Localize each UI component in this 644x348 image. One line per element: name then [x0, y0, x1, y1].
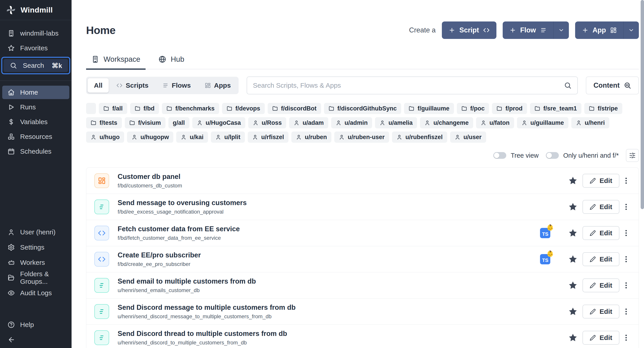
owner-chip-f-visium[interactable]: f/visium — [125, 117, 166, 128]
owner-chip-f-benchmarks[interactable]: f/benchmarks — [162, 103, 219, 114]
list-item[interactable]: Fetch customer data from EE service f/bd… — [86, 220, 639, 246]
content-search-button[interactable]: Content — [586, 76, 639, 94]
create-flow-dropdown-button[interactable] — [554, 22, 569, 39]
sidebar-item-variables[interactable]: Variables — [2, 115, 69, 128]
only-mine-toggle[interactable] — [546, 152, 559, 159]
app-logo-row[interactable]: Windmill — [0, 0, 72, 20]
owner-chip-u-lplit[interactable]: u/lplit — [211, 132, 245, 143]
tree-view-toggle[interactable] — [493, 152, 506, 159]
sidebar-item-workspace[interactable]: windmill-labs — [0, 26, 72, 41]
owner-chip-u-hugo[interactable]: u/hugo — [86, 132, 124, 143]
vertical-scrollbar-thumb[interactable] — [641, 0, 644, 209]
owner-chip-u-changeme[interactable]: u/changeme — [420, 117, 473, 128]
tab-hub[interactable]: Hub — [153, 55, 190, 69]
sidebar-item-schedules[interactable]: Schedules — [2, 145, 69, 158]
create-app-dropdown-button[interactable] — [624, 22, 639, 39]
sidebar-item-workers[interactable]: Workers — [2, 256, 69, 270]
favorite-star-button[interactable] — [563, 306, 582, 316]
owner-chip-f-devops[interactable]: f/devops — [222, 103, 265, 114]
view-options-button[interactable] — [626, 149, 639, 162]
favorite-star-button[interactable] — [563, 333, 582, 343]
list-item[interactable]: Customer db panel f/bd/customers_db_cust… — [86, 168, 639, 194]
owner-chip-g-all[interactable]: g/all — [168, 117, 190, 128]
owner-chip-f-poc[interactable]: f/poc — [457, 103, 489, 114]
owner-chip-u-ruben[interactable]: u/ruben — [291, 132, 332, 143]
sidebar-item-settings[interactable]: Settings — [2, 240, 69, 254]
owner-chip-u-adam[interactable]: u/adam — [289, 117, 328, 128]
sidebar-item-audit-logs[interactable]: Audit Logs — [2, 286, 69, 300]
owner-chip-f-bd[interactable]: f/bd — [130, 103, 159, 114]
owner-chip[interactable] — [86, 103, 96, 114]
edit-button[interactable]: Edit — [582, 226, 620, 240]
owner-chip-u-kai[interactable]: u/kai — [176, 132, 208, 143]
owner-chip-f-guillaume[interactable]: f/guillaume — [404, 103, 454, 114]
list-item[interactable]: Send Discord message to multiple custome… — [86, 298, 639, 324]
only-mine-toggle-wrap: Only u/henri and f/* — [546, 152, 619, 159]
favorite-star-button[interactable] — [563, 202, 582, 212]
item-menu-button[interactable] — [620, 203, 633, 211]
owner-chip-f-sre-team1[interactable]: f/sre_team1 — [530, 103, 582, 114]
owner-chip-u-amelia[interactable]: u/amelia — [375, 117, 417, 128]
filter-tab-scripts[interactable]: Scripts — [110, 78, 155, 92]
favorite-star-button[interactable] — [563, 254, 582, 264]
create-script-button[interactable]: Script — [442, 22, 496, 39]
item-menu-button[interactable] — [620, 255, 633, 263]
owner-chip-f-stripe[interactable]: f/stripe — [584, 103, 622, 114]
favorite-star-button[interactable] — [563, 176, 582, 186]
item-menu-button[interactable] — [620, 334, 633, 342]
edit-button[interactable]: Edit — [582, 278, 620, 292]
tab-workspace[interactable]: Workspace — [86, 55, 146, 69]
collapse-sidebar-icon[interactable] — [8, 336, 15, 344]
owner-chip-u-admin[interactable]: u/admin — [331, 117, 372, 128]
list-item[interactable]: Send email to multiple customers from db… — [86, 272, 639, 298]
create-flow-button[interactable]: Flow — [503, 22, 554, 39]
sidebar-item-home[interactable]: Home — [2, 86, 69, 99]
edit-button[interactable]: Edit — [582, 174, 620, 188]
owner-chip-u-hugopw[interactable]: u/hugopw — [127, 132, 173, 143]
folder-icon — [166, 106, 172, 112]
filter-tab-all[interactable]: All — [88, 78, 109, 92]
owner-chip-u-rfiszel[interactable]: u/rfiszel — [248, 132, 288, 143]
sidebar-item-favorites[interactable]: Favorites — [0, 41, 72, 56]
sidebar-item-user[interactable]: User (henri) — [2, 225, 69, 239]
sidebar-item-help[interactable]: Help — [2, 318, 69, 332]
edit-button[interactable]: Edit — [582, 200, 620, 214]
favorite-star-button[interactable] — [563, 280, 582, 290]
owner-chip-u-ruben-user[interactable]: u/ruben-user — [334, 132, 389, 143]
sidebar-item-resources[interactable]: Resources — [2, 130, 69, 143]
item-menu-button[interactable] — [620, 308, 633, 316]
owner-chip-u-henri[interactable]: u/henri — [571, 117, 609, 128]
sidebar-item-folders-groups[interactable]: Folders & Groups... — [2, 270, 69, 285]
owner-chip-u-rubenfiszel[interactable]: u/rubenfiszel — [392, 132, 447, 143]
filter-tab-apps[interactable]: Apps — [198, 78, 237, 92]
list-item[interactable]: Create EE/pro subscriber f/bd/create_ee_… — [86, 246, 639, 272]
owner-chip-u-HugoCasa[interactable]: u/HugoCasa — [192, 117, 246, 128]
search-button[interactable]: Search ⌘k — [4, 59, 68, 72]
owner-chip-f-discordBot[interactable]: f/discordBot — [268, 103, 321, 114]
star-filled-icon — [568, 228, 578, 238]
owner-chip-u-user[interactable]: u/user — [450, 132, 486, 143]
create-app-button[interactable]: App — [575, 22, 624, 39]
item-title: Fetch customer data from EE service — [118, 225, 540, 233]
owner-chip-f-all[interactable]: f/all — [99, 103, 127, 114]
owner-chip-f-tests[interactable]: f/tests — [86, 117, 122, 128]
item-menu-button[interactable] — [620, 177, 633, 185]
list-item[interactable]: Send Discord thread to multiple customer… — [86, 324, 639, 348]
owner-chip-f-discordGithubSync[interactable]: f/discordGithubSync — [324, 103, 402, 114]
search-input[interactable] — [253, 82, 564, 89]
filter-tab-flows[interactable]: Flows — [156, 78, 197, 92]
item-menu-button[interactable] — [620, 229, 633, 237]
owner-chip-u-guillaume[interactable]: u/guillaume — [517, 117, 568, 128]
edit-button[interactable]: Edit — [582, 252, 620, 266]
sidebar-item-runs[interactable]: Runs — [2, 100, 69, 114]
gear-icon — [8, 244, 15, 251]
owner-chip-u-Ross[interactable]: u/Ross — [248, 117, 286, 128]
owner-chip-u-faton[interactable]: u/faton — [476, 117, 514, 128]
owner-chip-f-prod[interactable]: f/prod — [492, 103, 527, 114]
item-menu-button[interactable] — [620, 281, 633, 290]
list-item[interactable]: Send message to overusing customers f/bd… — [86, 194, 639, 220]
favorite-star-button[interactable] — [563, 228, 582, 238]
search-icon[interactable] — [564, 82, 572, 89]
edit-button[interactable]: Edit — [582, 331, 620, 345]
edit-button[interactable]: Edit — [582, 304, 620, 318]
